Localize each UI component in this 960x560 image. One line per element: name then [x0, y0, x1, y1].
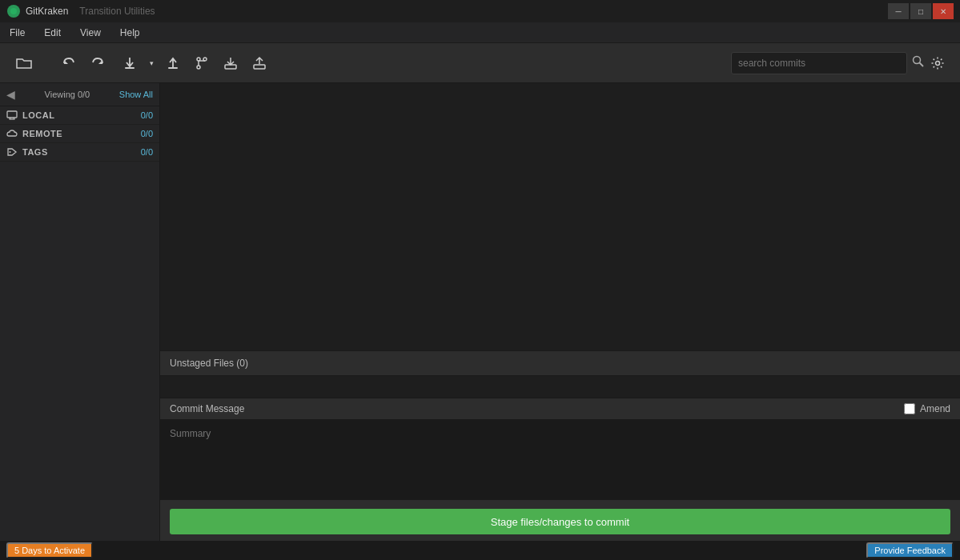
amend-label: Amend — [920, 403, 950, 414]
svg-line-13 — [920, 63, 924, 67]
local-label: LOCAL — [22, 110, 54, 120]
fetch-button[interactable] — [115, 49, 144, 78]
svg-point-1 — [10, 8, 17, 14]
titlebar: GitKraken Transition Utilities ─ □ ✕ — [0, 0, 960, 22]
toolbar: ▾ — [0, 43, 960, 83]
commit-message-label: Commit Message — [170, 403, 244, 414]
viewing-label: Viewing 0/0 — [45, 90, 90, 99]
svg-point-19 — [10, 151, 11, 153]
svg-point-12 — [914, 57, 921, 64]
redo-icon — [90, 56, 105, 70]
search-input[interactable] — [738, 58, 882, 69]
fetch-icon — [123, 56, 137, 70]
push-button[interactable] — [159, 49, 187, 78]
svg-rect-4 — [125, 67, 135, 69]
menubar: File Edit View Help — [0, 22, 960, 43]
remote-count: 0/0 — [141, 129, 153, 138]
svg-marker-2 — [64, 60, 68, 64]
provide-feedback-button[interactable]: Provide Feedback — [866, 542, 954, 558]
svg-rect-5 — [168, 67, 178, 69]
statusbar: 5 Days to Activate Provide Feedback — [0, 541, 960, 560]
close-button[interactable]: ✕ — [933, 3, 954, 19]
commit-message-textarea[interactable] — [160, 420, 960, 500]
open-repo-button[interactable] — [10, 49, 38, 78]
content-area: Unstaged Files (0) Commit Message Amend … — [160, 83, 960, 541]
stage-files-button[interactable]: Stage files/changes to commit — [170, 509, 950, 534]
tags-label: TAGS — [22, 147, 48, 157]
sidebar-header: ◀ Viewing 0/0 Show All — [0, 83, 159, 106]
menu-edit[interactable]: Edit — [41, 26, 64, 40]
tag-icon — [6, 147, 18, 157]
svg-rect-15 — [7, 111, 17, 118]
folder-icon — [16, 57, 32, 70]
redo-button[interactable] — [83, 49, 112, 78]
local-count: 0/0 — [141, 110, 153, 120]
minimize-button[interactable]: ─ — [888, 3, 909, 19]
commit-message-header: Commit Message Amend — [160, 398, 960, 420]
sidebar: ◀ Viewing 0/0 Show All LOCAL 0/0 — [0, 83, 160, 541]
show-all-button[interactable]: Show All — [119, 90, 153, 99]
push-icon — [166, 56, 180, 70]
svg-point-7 — [197, 66, 200, 69]
settings-button[interactable] — [925, 50, 950, 76]
pop-stash-button[interactable] — [245, 49, 274, 78]
search-icon — [912, 55, 925, 68]
undo-button[interactable] — [54, 49, 83, 78]
app-name: GitKraken — [26, 6, 68, 17]
branch-button[interactable] — [187, 49, 216, 78]
cloud-icon — [6, 129, 18, 138]
search-area — [731, 52, 907, 74]
repo-name: Transition Utilities — [79, 6, 155, 17]
svg-marker-3 — [98, 60, 102, 64]
amend-area: Amend — [904, 403, 950, 414]
unstaged-files-area — [160, 376, 960, 398]
maximize-button[interactable]: □ — [910, 3, 931, 19]
undo-icon — [62, 56, 76, 70]
titlebar-left: GitKraken Transition Utilities — [6, 4, 155, 18]
sidebar-section-local[interactable]: LOCAL 0/0 — [0, 106, 159, 125]
sidebar-back-button[interactable]: ◀ — [6, 88, 15, 101]
fetch-dropdown-button[interactable]: ▾ — [144, 49, 159, 78]
commit-graph — [160, 83, 960, 350]
bottom-panel: Unstaged Files (0) Commit Message Amend … — [160, 350, 960, 541]
unstaged-header: Unstaged Files (0) — [160, 351, 960, 376]
search-button[interactable] — [912, 55, 925, 70]
days-to-activate-button[interactable]: 5 Days to Activate — [6, 542, 93, 558]
pop-stash-icon — [252, 56, 267, 70]
app-logo-icon — [6, 4, 21, 18]
branch-icon — [195, 56, 209, 70]
menu-view[interactable]: View — [77, 26, 104, 40]
main-area: ◀ Viewing 0/0 Show All LOCAL 0/0 — [0, 83, 960, 541]
menu-file[interactable]: File — [6, 26, 28, 40]
stash-icon — [223, 56, 238, 70]
window-controls: ─ □ ✕ — [888, 3, 954, 19]
svg-rect-11 — [254, 65, 265, 69]
remote-label: REMOTE — [22, 129, 62, 138]
settings-icon — [930, 56, 945, 70]
monitor-icon — [6, 110, 18, 120]
menu-help[interactable]: Help — [117, 26, 143, 40]
svg-point-14 — [936, 61, 940, 65]
tags-count: 0/0 — [141, 147, 153, 157]
amend-checkbox[interactable] — [904, 403, 915, 414]
sidebar-section-remote[interactable]: REMOTE 0/0 — [0, 125, 159, 143]
sidebar-section-tags[interactable]: TAGS 0/0 — [0, 143, 159, 162]
stash-button[interactable] — [216, 49, 245, 78]
